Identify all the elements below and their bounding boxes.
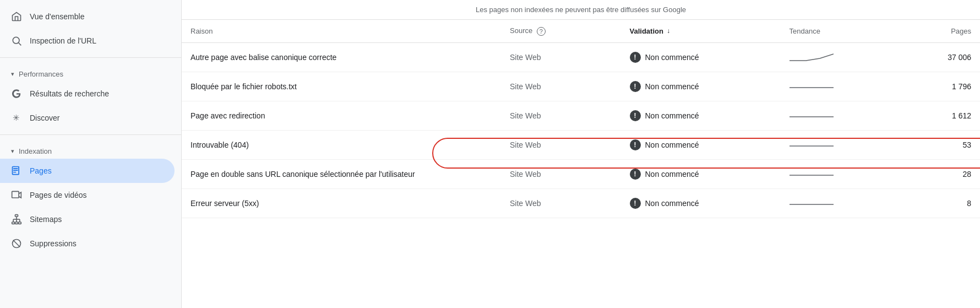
col-header-tendance: Tendance bbox=[781, 20, 901, 42]
cell-raison: Autre page avec balise canonique correct… bbox=[182, 42, 501, 72]
sidebar-item-discover[interactable]: ✳ Discover bbox=[0, 106, 175, 130]
svg-rect-6 bbox=[12, 222, 15, 224]
cell-tendance bbox=[781, 42, 901, 72]
chevron-down-icon-2: ▾ bbox=[11, 148, 14, 155]
svg-rect-4 bbox=[12, 191, 19, 198]
validation-text: Non commencé bbox=[645, 199, 699, 208]
sidebar-item-pages-videos[interactable]: Pages de vidéos bbox=[0, 183, 175, 207]
svg-point-0 bbox=[13, 37, 19, 44]
sidebar-item-discover-label: Discover bbox=[30, 114, 59, 122]
cell-tendance bbox=[781, 130, 901, 159]
table-row[interactable]: Erreur serveur (5xx)Site Web!Non commenc… bbox=[182, 188, 980, 218]
sidebar-item-inspection-url[interactable]: Inspection de l'URL bbox=[0, 29, 175, 53]
status-icon: ! bbox=[630, 110, 641, 121]
sidebar-section-performances[interactable]: ▾ Performances bbox=[0, 62, 181, 82]
validation-text: Non commencé bbox=[645, 141, 699, 149]
home-icon bbox=[11, 11, 22, 22]
cell-tendance bbox=[781, 72, 901, 101]
sidebar-item-suppressions-label: Suppressions bbox=[30, 239, 77, 248]
cell-source: Site Web bbox=[501, 72, 621, 101]
sort-arrow-icon: ↓ bbox=[667, 27, 670, 35]
cell-pages: 28 bbox=[900, 159, 980, 188]
sidebar-item-inspection-url-label: Inspection de l'URL bbox=[30, 36, 96, 45]
col-header-raison: Raison bbox=[182, 20, 501, 42]
sidebar-item-pages[interactable]: Pages bbox=[0, 159, 175, 183]
asterisk-icon: ✳ bbox=[11, 112, 22, 123]
cell-validation: !Non commencé bbox=[621, 159, 781, 188]
validation-text: Non commencé bbox=[645, 111, 699, 120]
sidebar-item-suppressions[interactable]: Suppressions bbox=[0, 231, 175, 256]
table-container: Raison Source ? Validation ↓ Tendance bbox=[182, 20, 980, 218]
pages-icon bbox=[11, 165, 22, 176]
sidebar-item-vue-ensemble-label: Vue d'ensemble bbox=[30, 12, 84, 21]
cell-source: Site Web bbox=[501, 42, 621, 72]
sidebar-item-sitemaps[interactable]: Sitemaps bbox=[0, 207, 175, 231]
cell-pages: 1 612 bbox=[900, 101, 980, 130]
cell-source: Site Web bbox=[501, 159, 621, 188]
cell-validation: !Non commencé bbox=[621, 188, 781, 218]
svg-line-15 bbox=[13, 240, 20, 247]
cell-raison: Erreur serveur (5xx) bbox=[182, 188, 501, 218]
cell-source: Site Web bbox=[501, 101, 621, 130]
indexation-table: Raison Source ? Validation ↓ Tendance bbox=[182, 20, 980, 218]
validation-text: Non commencé bbox=[645, 53, 699, 62]
sidebar-item-pages-videos-label: Pages de vidéos bbox=[30, 191, 87, 199]
sidebar-divider-2 bbox=[0, 134, 181, 135]
sidebar-item-pages-label: Pages bbox=[30, 166, 52, 175]
sidebar-item-resultats-recherche[interactable]: Résultats de recherche bbox=[0, 82, 175, 106]
main-content: Les pages non indexées ne peuvent pas êt… bbox=[182, 0, 980, 308]
status-icon: ! bbox=[630, 52, 641, 63]
sidebar-section-indexation[interactable]: ▾ Indexation bbox=[0, 139, 181, 159]
cell-source: Site Web bbox=[501, 130, 621, 159]
table-header-row: Raison Source ? Validation ↓ Tendance bbox=[182, 20, 980, 42]
cell-validation: !Non commencé bbox=[621, 130, 781, 159]
sitemap-icon bbox=[11, 214, 22, 225]
chevron-down-icon: ▾ bbox=[11, 71, 14, 78]
cell-pages: 1 796 bbox=[900, 72, 980, 101]
validation-text: Non commencé bbox=[645, 82, 699, 91]
cell-raison: Introuvable (404) bbox=[182, 130, 501, 159]
cell-tendance bbox=[781, 159, 901, 188]
sidebar-item-sitemaps-label: Sitemaps bbox=[30, 215, 62, 224]
sidebar-item-vue-ensemble[interactable]: Vue d'ensemble bbox=[0, 4, 175, 29]
search-icon bbox=[11, 35, 22, 46]
status-icon: ! bbox=[630, 169, 641, 180]
svg-text:✳: ✳ bbox=[13, 113, 20, 122]
table-row[interactable]: Page en double sans URL canonique sélect… bbox=[182, 159, 980, 188]
status-icon: ! bbox=[630, 198, 641, 209]
cell-raison: Page en double sans URL canonique sélect… bbox=[182, 159, 501, 188]
col-header-source: Source ? bbox=[501, 20, 621, 42]
cell-pages: 37 006 bbox=[900, 42, 980, 72]
video-icon bbox=[11, 190, 22, 201]
table-row[interactable]: Autre page avec balise canonique correct… bbox=[182, 42, 980, 72]
help-icon[interactable]: ? bbox=[537, 27, 546, 36]
top-notice: Les pages non indexées ne peuvent pas êt… bbox=[182, 0, 980, 20]
svg-line-1 bbox=[19, 43, 21, 46]
suppress-icon bbox=[11, 238, 22, 249]
cell-tendance bbox=[781, 188, 901, 218]
table-row[interactable]: Page avec redirectionSite Web!Non commen… bbox=[182, 101, 980, 130]
cell-source: Site Web bbox=[501, 188, 621, 218]
svg-rect-7 bbox=[15, 222, 18, 224]
cell-raison: Bloquée par le fichier robots.txt bbox=[182, 72, 501, 101]
cell-raison: Page avec redirection bbox=[182, 101, 501, 130]
svg-rect-5 bbox=[15, 215, 18, 217]
cell-pages: 53 bbox=[900, 130, 980, 159]
col-header-validation[interactable]: Validation ↓ bbox=[621, 20, 781, 42]
cell-validation: !Non commencé bbox=[621, 101, 781, 130]
cell-pages: 8 bbox=[900, 188, 980, 218]
col-header-pages: Pages bbox=[900, 20, 980, 42]
validation-text: Non commencé bbox=[645, 170, 699, 179]
cell-validation: !Non commencé bbox=[621, 42, 781, 72]
status-icon: ! bbox=[630, 81, 641, 92]
cell-tendance bbox=[781, 101, 901, 130]
table-row[interactable]: Bloquée par le fichier robots.txtSite We… bbox=[182, 72, 980, 101]
sidebar-item-resultats-recherche-label: Résultats de recherche bbox=[30, 89, 109, 98]
google-icon bbox=[11, 88, 22, 99]
table-row[interactable]: Introuvable (404)Site Web!Non commencé 5… bbox=[182, 130, 980, 159]
svg-rect-8 bbox=[18, 222, 21, 224]
sidebar: Vue d'ensemble Inspection de l'URL ▾ Per… bbox=[0, 0, 182, 308]
sidebar-divider-1 bbox=[0, 57, 181, 58]
cell-validation: !Non commencé bbox=[621, 72, 781, 101]
status-icon: ! bbox=[630, 139, 641, 150]
